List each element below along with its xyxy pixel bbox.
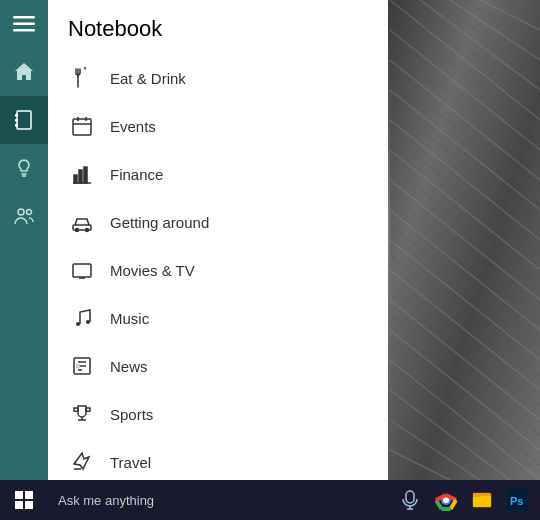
notebook-panel: Notebook Eat & Drink Events Finance Gett… [48, 0, 388, 480]
menu-list: Eat & Drink Events Finance Getting aroun… [48, 54, 388, 480]
svg-point-45 [18, 209, 24, 215]
taskbar-app-icons: Ps [428, 480, 540, 520]
svg-rect-42 [15, 124, 18, 127]
svg-point-46 [27, 210, 32, 215]
svg-rect-83 [15, 491, 23, 499]
svg-rect-94 [473, 493, 481, 497]
menu-label-getting-around: Getting around [110, 214, 209, 231]
svg-point-65 [86, 320, 90, 324]
photoshop-icon[interactable]: Ps [500, 480, 536, 520]
svg-rect-56 [79, 170, 82, 183]
menu-item-news[interactable]: News [48, 342, 388, 390]
menu-item-sports[interactable]: Sports [48, 390, 388, 438]
svg-rect-86 [25, 501, 33, 509]
svg-rect-50 [73, 119, 91, 135]
svg-rect-85 [15, 501, 23, 509]
svg-rect-87 [406, 491, 414, 503]
svg-rect-40 [15, 114, 18, 117]
car-icon [68, 208, 96, 236]
fork-knife-icon [68, 64, 96, 92]
svg-rect-70 [76, 364, 80, 368]
start-button[interactable] [0, 480, 48, 520]
svg-rect-39 [17, 111, 31, 129]
hamburger-menu-button[interactable] [0, 0, 48, 48]
menu-item-eat-drink[interactable]: Eat & Drink [48, 54, 388, 102]
menu-label-travel: Travel [110, 454, 151, 471]
svg-rect-61 [73, 264, 91, 277]
sidebar-item-people[interactable] [0, 192, 48, 240]
svg-rect-36 [13, 16, 35, 19]
panel-title: Notebook [48, 0, 388, 54]
svg-rect-93 [473, 496, 491, 507]
trophy-icon [68, 400, 96, 428]
search-bar[interactable]: Ask me anything [48, 480, 392, 520]
files-icon[interactable] [464, 480, 500, 520]
music-icon [68, 304, 96, 332]
microphone-button[interactable] [392, 480, 428, 520]
search-placeholder-text: Ask me anything [58, 493, 154, 508]
svg-rect-38 [13, 29, 35, 32]
menu-label-news: News [110, 358, 148, 375]
calendar-icon [68, 112, 96, 140]
menu-item-events[interactable]: Events [48, 102, 388, 150]
newspaper-icon [68, 352, 96, 380]
chrome-icon[interactable] [428, 480, 464, 520]
menu-label-finance: Finance [110, 166, 163, 183]
svg-point-59 [76, 229, 79, 232]
menu-label-events: Events [110, 118, 156, 135]
svg-text:Ps: Ps [510, 495, 523, 507]
menu-item-getting-around[interactable]: Getting around [48, 198, 388, 246]
menu-label-eat-drink: Eat & Drink [110, 70, 186, 87]
menu-item-travel[interactable]: Travel [48, 438, 388, 480]
sidebar-item-notebook[interactable] [0, 96, 48, 144]
plane-icon [68, 448, 96, 476]
menu-item-music[interactable]: Music [48, 294, 388, 342]
svg-rect-41 [15, 119, 18, 122]
svg-rect-57 [84, 167, 87, 183]
taskbar: Ask me anything [0, 480, 540, 520]
svg-rect-37 [13, 23, 35, 26]
svg-rect-55 [74, 175, 77, 183]
sidebar-item-home[interactable] [0, 48, 48, 96]
svg-point-60 [86, 229, 89, 232]
sidebar-item-lightbulb[interactable] [0, 144, 48, 192]
menu-item-movies-tv[interactable]: Movies & TV [48, 246, 388, 294]
svg-rect-84 [25, 491, 33, 499]
menu-label-sports: Sports [110, 406, 153, 423]
menu-label-music: Music [110, 310, 149, 327]
svg-point-64 [76, 322, 80, 326]
sidebar [0, 0, 48, 480]
tv-icon [68, 256, 96, 284]
menu-item-finance[interactable]: Finance [48, 150, 388, 198]
bar-chart-icon [68, 160, 96, 188]
menu-label-movies-tv: Movies & TV [110, 262, 195, 279]
